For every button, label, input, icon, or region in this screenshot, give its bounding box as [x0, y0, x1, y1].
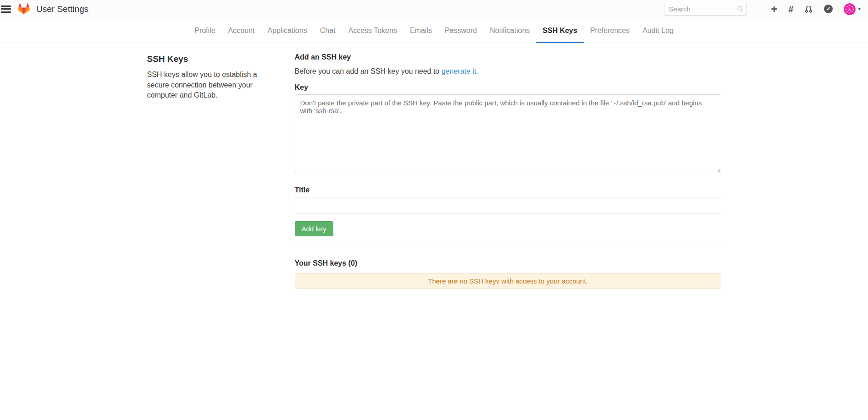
gitlab-logo-icon[interactable]: [17, 3, 30, 15]
section-heading: SSH Keys: [147, 54, 274, 64]
chevron-down-icon: ▾: [858, 6, 861, 12]
section-description-column: SSH Keys SSH keys allow you to establish…: [147, 52, 295, 289]
key-textarea[interactable]: [295, 94, 721, 173]
settings-tabbar: Profile Account Applications Chat Access…: [0, 18, 868, 43]
section-divider: [295, 247, 721, 247]
title-label: Title: [295, 186, 721, 194]
tab-ssh-keys[interactable]: SSH Keys: [536, 18, 584, 43]
generate-key-hint: Before you can add an SSH key you need t…: [295, 67, 721, 76]
tab-notifications[interactable]: Notifications: [483, 18, 536, 43]
tab-audit-log[interactable]: Audit Log: [636, 18, 680, 43]
tab-access-tokens[interactable]: Access Tokens: [342, 18, 403, 43]
key-label: Key: [295, 83, 721, 92]
search-input[interactable]: [664, 3, 747, 16]
tab-applications[interactable]: Applications: [261, 18, 313, 43]
top-navbar: User Settings + # ✓: [0, 0, 868, 18]
hamburger-menu-icon[interactable]: [1, 5, 11, 13]
section-description: SSH keys allow you to establish a secure…: [147, 70, 274, 101]
new-item-plus-icon[interactable]: +: [771, 4, 777, 15]
your-ssh-keys-heading: Your SSH keys (0): [295, 259, 721, 267]
generate-it-link[interactable]: generate it.: [442, 67, 478, 75]
todos-check-circle-icon[interactable]: ✓: [824, 5, 833, 13]
add-key-button[interactable]: Add key: [295, 221, 333, 236]
search-icon: [737, 5, 744, 12]
ssh-key-form-column: Add an SSH key Before you can add an SSH…: [295, 52, 721, 289]
tab-emails[interactable]: Emails: [404, 18, 438, 43]
user-menu[interactable]: ▾: [844, 3, 861, 15]
add-ssh-key-heading: Add an SSH key: [295, 53, 721, 61]
merge-requests-icon[interactable]: [804, 5, 813, 13]
tab-preferences[interactable]: Preferences: [584, 18, 636, 43]
title-input[interactable]: [295, 197, 721, 213]
tab-account[interactable]: Account: [222, 18, 261, 43]
tab-password[interactable]: Password: [438, 18, 483, 43]
tab-chat[interactable]: Chat: [314, 18, 342, 43]
empty-keys-banner: There are no SSH keys with access to you…: [295, 273, 721, 289]
tab-profile[interactable]: Profile: [188, 18, 221, 43]
issues-hash-icon[interactable]: #: [788, 5, 793, 14]
ssh-keys-page: SSH Keys SSH keys allow you to establish…: [147, 43, 721, 289]
user-avatar[interactable]: [844, 3, 856, 15]
generate-key-hint-text: Before you can add an SSH key you need t…: [295, 67, 442, 75]
page-title: User Settings: [36, 4, 88, 14]
